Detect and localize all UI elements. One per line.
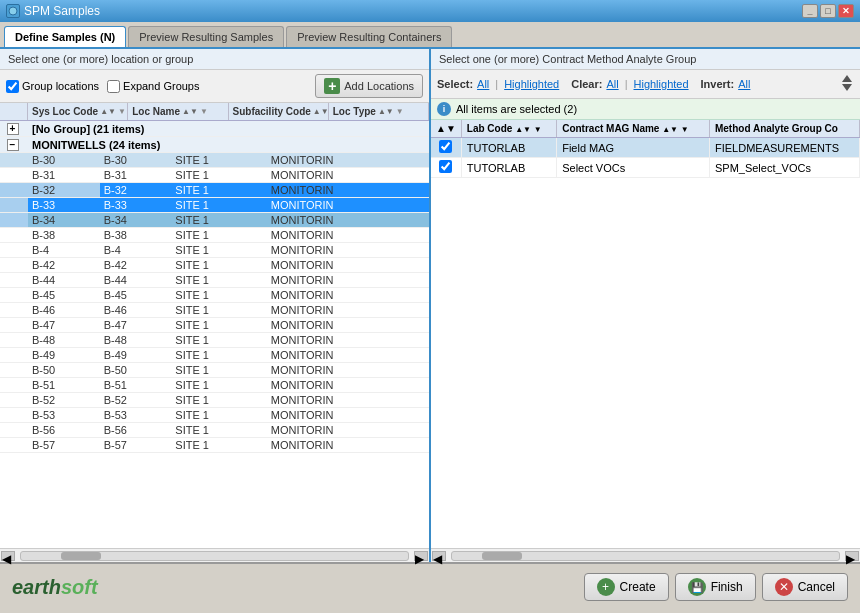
select-highlighted-link[interactable]: Highlighted <box>504 78 559 90</box>
right-panel-header: Select one (or more) Contract Method Ana… <box>431 49 860 70</box>
clear-highlighted-link[interactable]: Highlighted <box>634 78 689 90</box>
close-button[interactable]: ✕ <box>838 4 854 18</box>
finish-icon: 💾 <box>688 578 706 596</box>
table-row[interactable]: B-52 B-52 SITE 1 MONITORIN <box>0 393 429 408</box>
right-horizontal-scrollbar[interactable]: ◀ ▶ <box>431 548 860 562</box>
group-locations-checkbox[interactable] <box>6 80 19 93</box>
table-row[interactable]: B-4 B-4 SITE 1 MONITORIN <box>0 243 429 258</box>
right-scroll-thumb[interactable] <box>482 552 522 560</box>
maximize-button[interactable]: □ <box>820 4 836 18</box>
earthsoft-logo: earthsoft <box>12 576 98 599</box>
svg-marker-2 <box>842 84 852 91</box>
expand-col-header <box>0 103 28 120</box>
finish-button[interactable]: 💾 Finish <box>675 573 756 601</box>
create-button[interactable]: + Create <box>584 573 669 601</box>
left-scroll-thumb[interactable] <box>61 552 101 560</box>
contract-mag-sort-icon: ▲▼ <box>662 125 678 134</box>
expand-groups-checkbox-label[interactable]: Expand Groups <box>107 80 199 93</box>
sys-loc-col-header[interactable]: Sys Loc Code ▲▼ ▼ <box>28 103 128 120</box>
tab-bar: Define Samples (N) Preview Resulting Sam… <box>0 22 860 49</box>
expand-icon-monitwells[interactable]: − <box>7 139 19 151</box>
left-toolbar: Group locations Expand Groups + Add Loca… <box>0 70 429 103</box>
tab-define-samples[interactable]: Define Samples (N) <box>4 26 126 47</box>
loc-type-filter-icon[interactable]: ▼ <box>396 107 404 116</box>
contract-mag-filter-icon[interactable]: ▼ <box>681 125 689 134</box>
right-toolbar: Select: All | Highlighted Clear: All | H… <box>431 70 860 99</box>
table-row[interactable]: B-57 B-57 SITE 1 MONITORIN <box>0 438 429 453</box>
scroll-right-btn[interactable]: ▶ <box>414 551 428 561</box>
expand-icon-no-group[interactable]: + <box>7 123 19 135</box>
right-panel: Select one (or more) Contract Method Ana… <box>431 49 860 562</box>
table-row[interactable]: B-42 B-42 SITE 1 MONITORIN <box>0 258 429 273</box>
info-icon: i <box>437 102 451 116</box>
lab-code-col-header[interactable]: Lab Code ▲▼ ▼ <box>461 120 556 138</box>
lab-code-filter-icon[interactable]: ▼ <box>534 125 542 134</box>
expand-groups-checkbox[interactable] <box>107 80 120 93</box>
group-locations-checkbox-label[interactable]: Group locations <box>6 80 99 93</box>
table-row[interactable]: B-45 B-45 SITE 1 MONITORIN <box>0 288 429 303</box>
table-row[interactable]: B-56 B-56 SITE 1 MONITORIN <box>0 423 429 438</box>
loc-type-col-header[interactable]: Loc Type ▲▼ ▼ <box>329 103 429 120</box>
table-row[interactable]: B-32 B-32 SITE 1 MONITORIN <box>0 183 429 198</box>
group-row-no-group[interactable]: + [No Group] (21 items) <box>0 121 429 137</box>
footer: earthsoft + Create 💾 Finish ✕ Cancel <box>0 562 860 610</box>
app-icon <box>6 4 20 18</box>
invert-all-link[interactable]: All <box>738 78 750 90</box>
right-table-scroll[interactable]: ▲▼ Lab Code ▲▼ ▼ Contract MAG Name ▲▼ ▼ <box>431 120 860 548</box>
select-all-link[interactable]: All <box>477 78 489 90</box>
left-panel-header: Select one (or more) location or group <box>0 49 429 70</box>
table-row[interactable]: B-38 B-38 SITE 1 MONITORIN <box>0 228 429 243</box>
clear-all-link[interactable]: All <box>606 78 618 90</box>
left-column-headers: Sys Loc Code ▲▼ ▼ Loc Name ▲▼ ▼ Subfacil… <box>0 103 429 121</box>
table-row[interactable]: TUTORLAB Field MAG FIELDMEASUREMENTS <box>431 138 860 158</box>
loc-name-col-header[interactable]: Loc Name ▲▼ ▼ <box>128 103 228 120</box>
sys-loc-filter-icon[interactable]: ▼ <box>118 107 126 116</box>
sys-loc-sort-icon: ▲▼ <box>100 107 116 116</box>
loc-name-sort-icon: ▲▼ <box>182 107 198 116</box>
left-scroll-track[interactable] <box>20 551 409 561</box>
table-row[interactable]: B-53 B-53 SITE 1 MONITORIN <box>0 408 429 423</box>
table-row[interactable]: B-34 B-34 SITE 1 MONITORIN <box>0 213 429 228</box>
table-row[interactable]: B-51 B-51 SITE 1 MONITORIN <box>0 378 429 393</box>
tab-preview-containers[interactable]: Preview Resulting Containers <box>286 26 452 47</box>
subfacility-sort-icon: ▲▼ <box>313 107 329 116</box>
scroll-left-btn[interactable]: ◀ <box>1 551 15 561</box>
table-row[interactable]: B-46 B-46 SITE 1 MONITORIN <box>0 303 429 318</box>
row1-checkbox[interactable] <box>439 140 452 153</box>
right-scroll-right-btn[interactable]: ▶ <box>845 551 859 561</box>
loc-name-filter-icon[interactable]: ▼ <box>200 107 208 116</box>
location-table: + [No Group] (21 items) − MONITWELLS (24… <box>0 121 429 453</box>
loc-type-sort-icon: ▲▼ <box>378 107 394 116</box>
cb-col-header: ▲▼ <box>431 120 461 138</box>
cancel-icon: ✕ <box>775 578 793 596</box>
mag-table: ▲▼ Lab Code ▲▼ ▼ Contract MAG Name ▲▼ ▼ <box>431 120 860 178</box>
group-row-monitwells[interactable]: − MONITWELLS (24 items) <box>0 137 429 153</box>
right-scroll-track[interactable] <box>451 551 840 561</box>
table-row[interactable]: B-33 B-33 SITE 1 MONITORIN <box>0 198 429 213</box>
method-group-col-header[interactable]: Method Analyte Group Co <box>709 120 859 138</box>
contract-mag-col-header[interactable]: Contract MAG Name ▲▼ ▼ <box>557 120 710 138</box>
add-locations-button[interactable]: + Add Locations <box>315 74 423 98</box>
table-row[interactable]: B-30 B-30 SITE 1 MONITORIN <box>0 153 429 168</box>
cancel-button[interactable]: ✕ Cancel <box>762 573 848 601</box>
svg-point-0 <box>9 7 17 15</box>
table-row[interactable]: B-50 B-50 SITE 1 MONITORIN <box>0 363 429 378</box>
create-icon: + <box>597 578 615 596</box>
tab-preview-samples[interactable]: Preview Resulting Samples <box>128 26 284 47</box>
left-panel: Select one (or more) location or group G… <box>0 49 431 562</box>
table-row[interactable]: B-31 B-31 SITE 1 MONITORIN <box>0 168 429 183</box>
row2-checkbox[interactable] <box>439 160 452 173</box>
left-horizontal-scrollbar[interactable]: ◀ ▶ <box>0 548 429 562</box>
info-bar: i All items are selected (2) <box>431 99 860 120</box>
subfacility-col-header[interactable]: Subfacility Code ▲▼ ▼ <box>229 103 329 120</box>
table-row[interactable]: TUTORLAB Select VOCs SPM_Select_VOCs <box>431 158 860 178</box>
title-bar: SPM Samples _ □ ✕ <box>0 0 860 22</box>
right-scroll-left-btn[interactable]: ◀ <box>432 551 446 561</box>
table-row[interactable]: B-47 B-47 SITE 1 MONITORIN <box>0 318 429 333</box>
left-table-scroll[interactable]: + [No Group] (21 items) − MONITWELLS (24… <box>0 121 429 548</box>
minimize-button[interactable]: _ <box>802 4 818 18</box>
table-row[interactable]: B-44 B-44 SITE 1 MONITORIN <box>0 273 429 288</box>
table-row[interactable]: B-49 B-49 SITE 1 MONITORIN <box>0 348 429 363</box>
table-row[interactable]: B-48 B-48 SITE 1 MONITORIN <box>0 333 429 348</box>
plus-icon: + <box>324 78 340 94</box>
